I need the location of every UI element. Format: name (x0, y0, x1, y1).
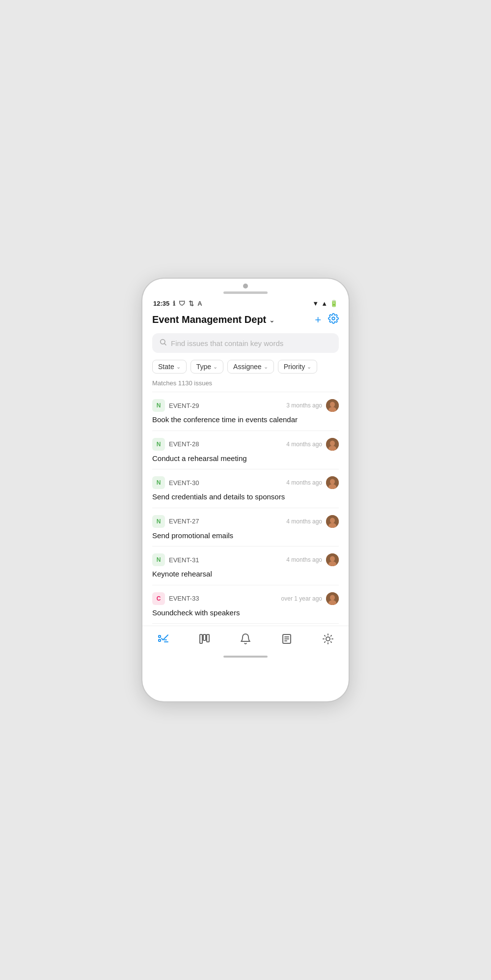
avatar (326, 399, 339, 412)
add-issue-button[interactable]: + (315, 315, 321, 325)
home-bar (223, 656, 268, 658)
info-icon: ℹ (173, 300, 175, 307)
issue-title: Soundcheck with speakers (152, 608, 339, 618)
filter-row: State ⌄ Type ⌄ Assignee ⌄ Priority ⌄ (152, 360, 339, 374)
issue-time: over 1 year ago (281, 595, 322, 602)
issue-title: Keynote rehearsal (152, 569, 339, 579)
issue-id: EVENT-29 (169, 402, 199, 409)
filter-type[interactable]: Type ⌄ (191, 360, 223, 374)
filter-type-label: Type (196, 363, 211, 371)
svg-point-10 (330, 479, 335, 485)
issue-right: 3 months ago (286, 399, 339, 412)
issue-left: N EVENT-30 (152, 476, 199, 489)
filter-assignee[interactable]: Assignee ⌄ (227, 360, 274, 374)
issue-title: Book the conference time in events calen… (152, 415, 339, 425)
issue-item[interactable]: N EVENT-30 4 months ago (152, 469, 339, 508)
issue-item[interactable]: N EVENT-28 4 months ago (152, 431, 339, 470)
filter-state[interactable]: State ⌄ (152, 360, 187, 374)
status-right: ▼ ▲ 🔋 (312, 300, 338, 307)
filter-priority[interactable]: Priority ⌄ (278, 360, 318, 374)
issue-title: Conduct a rehearsal meeting (152, 454, 339, 463)
filter-priority-label: Priority (284, 363, 305, 371)
svg-rect-25 (200, 634, 202, 643)
issues-list: N EVENT-29 3 months ago (152, 392, 339, 624)
board-icon (198, 633, 210, 648)
shield-icon: 🛡 (179, 300, 185, 307)
nav-settings[interactable] (317, 631, 339, 650)
svg-line-2 (164, 344, 166, 345)
svg-point-7 (330, 440, 335, 446)
nav-board[interactable] (193, 631, 215, 650)
issue-item[interactable]: N EVENT-29 3 months ago (152, 392, 339, 431)
nav-docs[interactable] (276, 631, 298, 650)
issue-item[interactable]: N EVENT-27 4 months ago (152, 508, 339, 547)
filter-assignee-chevron-icon: ⌄ (264, 364, 268, 370)
svg-rect-21 (159, 635, 161, 637)
front-camera (243, 284, 248, 288)
status-time: 12:35 (153, 300, 169, 307)
issue-header: N EVENT-29 3 months ago (152, 399, 339, 412)
issue-header: C EVENT-33 over 1 year ago (152, 592, 339, 605)
issue-time: 4 months ago (286, 556, 322, 563)
workspace-chevron-icon: ⌄ (269, 316, 275, 324)
issue-left: N EVENT-31 (152, 553, 199, 566)
issue-id: EVENT-33 (169, 595, 199, 602)
issue-id: EVENT-27 (169, 518, 199, 525)
filter-state-chevron-icon: ⌄ (176, 364, 181, 370)
svg-point-13 (330, 518, 335, 523)
issue-status-badge: N (152, 399, 165, 412)
issue-status-badge: N (152, 515, 165, 528)
issue-time: 4 months ago (286, 441, 322, 448)
issue-id: EVENT-28 (169, 440, 199, 448)
font-icon: A (197, 300, 202, 307)
issue-item[interactable]: N EVENT-31 4 months ago (152, 547, 339, 585)
avatar (326, 438, 339, 451)
svg-rect-26 (203, 634, 206, 640)
phone-frame: 12:35 ℹ 🛡 ⇅ A ▼ ▲ 🔋 Event Management Dep… (142, 279, 349, 701)
settings-button[interactable] (328, 313, 339, 326)
issue-header: N EVENT-30 4 months ago (152, 476, 339, 489)
avatar (326, 476, 339, 489)
avatar (326, 515, 339, 528)
filter-state-label: State (158, 363, 174, 371)
matches-count: Matches 1130 issues (152, 379, 339, 387)
issue-right: 4 months ago (286, 438, 339, 451)
issue-status-badge: C (152, 592, 165, 605)
issue-id: EVENT-30 (169, 479, 199, 487)
settings-nav-icon (322, 633, 334, 648)
filter-type-chevron-icon: ⌄ (213, 364, 218, 370)
search-bar[interactable]: Find issues that contain key words (152, 333, 339, 353)
issue-status-badge: N (152, 476, 165, 489)
issue-left: N EVENT-28 (152, 438, 199, 451)
bottom-nav (142, 626, 349, 653)
nav-notifications[interactable] (235, 631, 256, 650)
issue-header: N EVENT-31 4 months ago (152, 553, 339, 566)
filter-assignee-label: Assignee (233, 363, 262, 371)
issue-left: N EVENT-29 (152, 399, 199, 412)
header-title-group[interactable]: Event Management Dept ⌄ (152, 314, 275, 325)
issue-id: EVENT-31 (169, 556, 199, 564)
docs-icon (281, 633, 293, 648)
battery-icon: 🔋 (330, 300, 338, 307)
issue-right: over 1 year ago (281, 592, 339, 605)
issue-right: 4 months ago (286, 515, 339, 528)
issue-status-badge: N (152, 438, 165, 451)
wifi-icon: ▼ (312, 300, 319, 307)
avatar (326, 592, 339, 605)
transfer-icon: ⇅ (189, 300, 194, 307)
issue-left: C EVENT-33 (152, 592, 199, 605)
nav-tasks[interactable] (152, 631, 174, 650)
issue-header: N EVENT-28 4 months ago (152, 438, 339, 451)
issue-item[interactable]: C EVENT-33 over 1 year ago (152, 585, 339, 624)
status-left: 12:35 ℹ 🛡 ⇅ A (153, 300, 202, 307)
workspace-title: Event Management Dept (152, 314, 266, 325)
svg-rect-22 (159, 639, 161, 641)
svg-point-32 (326, 637, 330, 641)
home-indicator (142, 653, 349, 663)
issue-right: 4 months ago (286, 476, 339, 489)
issue-title: Send credentials and details to sponsors (152, 492, 339, 502)
svg-point-16 (330, 556, 335, 562)
status-bar: 12:35 ℹ 🛡 ⇅ A ▼ ▲ 🔋 (142, 298, 349, 308)
issue-status-badge: N (152, 553, 165, 566)
avatar (326, 553, 339, 566)
